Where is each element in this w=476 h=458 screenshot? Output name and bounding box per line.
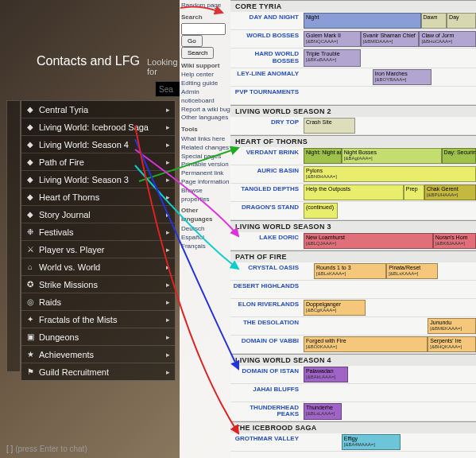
track-label[interactable]: DRAGON'S STAND bbox=[230, 202, 304, 219]
event-segment[interactable]: New Loamhurst[&BLQJAAA=] bbox=[304, 233, 433, 249]
event-segment[interactable]: Junundu[&BMEKAAA=] bbox=[428, 318, 476, 334]
event-segment[interactable]: Svanir Shaman Chief[&BMIDAAA=] bbox=[361, 31, 420, 47]
event-segment[interactable]: Rounds 1 to 3[&BLsKAAA=] bbox=[314, 263, 386, 279]
track-label[interactable]: ELON RIVERLANDS bbox=[230, 299, 304, 316]
event-segment[interactable]: Day bbox=[447, 13, 476, 29]
wiki-link[interactable]: Related changes bbox=[181, 144, 230, 153]
track-label[interactable]: GROTHMAR VALLEY bbox=[230, 433, 304, 451]
wiki-link[interactable]: Admin noticeboard bbox=[181, 88, 230, 106]
event-segment[interactable]: (continued) bbox=[304, 203, 338, 219]
track-label[interactable]: DRY TOP bbox=[230, 117, 304, 134]
wiki-link[interactable]: What links here bbox=[181, 135, 230, 144]
wiki-link[interactable]: Deutsch bbox=[181, 225, 230, 234]
event-segment[interactable]: Chak Gerent[&BPUHAAA=] bbox=[424, 184, 476, 200]
event-segment[interactable]: Crash Site bbox=[304, 118, 355, 134]
event-timeline: CORE TYRIADAY AND NIGHTNightDawnDayWORLD… bbox=[230, 0, 476, 458]
menu-item[interactable]: ◆Story Journal▸ bbox=[21, 206, 175, 223]
wiki-link[interactable]: Special pages bbox=[181, 153, 230, 161]
event-segment[interactable]: Night: Night and the En bbox=[304, 148, 342, 164]
timeline-track: THUNDERHEAD PEAKSThunderhe[&BLsLAAA=] bbox=[230, 402, 476, 422]
event-segment[interactable]: Thunderhe[&BLsLAAA=] bbox=[304, 403, 342, 421]
track-label[interactable]: JAHAI BLUFFS bbox=[230, 384, 304, 402]
event-segment[interactable]: Golem Mark II[&BNQCAAA=] bbox=[304, 31, 361, 47]
menu-item-label: Festivals bbox=[39, 227, 73, 237]
wiki-link[interactable]: Printable version bbox=[181, 161, 230, 169]
wiki-random[interactable]: Random page bbox=[181, 2, 230, 10]
wiki-link[interactable]: Français bbox=[181, 243, 230, 251]
menu-icon: ◆ bbox=[25, 122, 36, 131]
wiki-link[interactable]: Permanent link bbox=[181, 169, 230, 178]
event-segment[interactable]: Effigy[&BA4MAAA=] bbox=[342, 434, 401, 450]
menu-item[interactable]: ★Achievements▸ bbox=[21, 346, 175, 363]
event-segment[interactable]: Pylons[&BN0HAAA=] bbox=[304, 166, 476, 182]
track-label[interactable]: DAY AND NIGHT bbox=[230, 12, 304, 29]
track-label[interactable]: WORLD BOSSES bbox=[230, 30, 304, 48]
track-label[interactable]: TANGLED DEPTHS bbox=[230, 184, 304, 201]
wiki-link[interactable]: Other languages bbox=[181, 114, 230, 122]
menu-item[interactable]: ◎Raids▸ bbox=[21, 293, 175, 311]
event-segment[interactable]: Iron Marches[&BOYBAAA=] bbox=[373, 69, 431, 85]
wiki-link[interactable]: Report a wiki bug bbox=[181, 106, 230, 114]
event-segment[interactable]: Claw of Jorm[&BHoCAAA=] bbox=[419, 31, 476, 47]
menu-item[interactable]: ◆Heart of Thorns▸ bbox=[21, 188, 175, 206]
track-label[interactable]: DOMAIN OF ISTAN bbox=[230, 366, 304, 383]
menu-item[interactable]: ⚔Player vs. Player▸ bbox=[21, 241, 175, 258]
wiki-link[interactable]: Help center bbox=[181, 71, 230, 80]
category-strip[interactable] bbox=[6, 100, 21, 372]
track-label[interactable]: THE DESOLATION bbox=[230, 317, 304, 335]
event-segment[interactable]: Prep bbox=[404, 184, 424, 200]
looking-label: Looking for bbox=[147, 57, 178, 76]
wiki-search-button[interactable]: Search bbox=[181, 47, 214, 59]
wiki-link[interactable]: Browse properties bbox=[181, 187, 230, 204]
event-segment[interactable]: Palawadan[&BAkLAAA=] bbox=[304, 367, 348, 382]
menu-item[interactable]: ◆Living World: Season 4▸ bbox=[21, 136, 175, 153]
track-label[interactable]: LAKE DORIC bbox=[230, 232, 304, 250]
event-segment[interactable]: Pinata/Reset[&BLsKAAA=] bbox=[386, 263, 438, 279]
wiki-link[interactable]: Editing guide bbox=[181, 80, 230, 88]
track-label[interactable]: VERDANT BRINK bbox=[230, 147, 304, 165]
chevron-right-icon: ▸ bbox=[166, 123, 170, 131]
menu-item-label: Fractals of the Mists bbox=[39, 315, 117, 324]
wiki-go-button[interactable]: Go bbox=[181, 35, 203, 47]
track-bar bbox=[304, 87, 476, 104]
track-label[interactable]: DESERT HIGHLANDS bbox=[230, 281, 304, 298]
menu-item[interactable]: ◆Path of Fire▸ bbox=[21, 153, 175, 171]
event-segment[interactable]: Dawn bbox=[421, 13, 447, 29]
event-segment[interactable]: Triple Trouble[&BKoBAAA=] bbox=[304, 49, 361, 67]
region-header: CORE TYRIA bbox=[230, 0, 476, 12]
region-header: LIVING WORLD SEASON 2 bbox=[230, 105, 476, 117]
chat-bar[interactable]: [ ] (press Enter to chat) bbox=[6, 444, 87, 453]
event-segment[interactable]: Noran's Hom[&BK8JAAA=] bbox=[433, 233, 476, 249]
track-label[interactable]: LEY-LINE ANOMALY bbox=[230, 68, 304, 86]
wiki-link[interactable]: Page information bbox=[181, 178, 230, 187]
track-label[interactable]: CRYSTAL OASIS bbox=[230, 262, 304, 280]
menu-item[interactable]: ◆Central Tyria▸ bbox=[21, 101, 175, 118]
track-label[interactable]: PVP TOURNAMENTS bbox=[230, 87, 304, 104]
event-segment[interactable]: Night bbox=[304, 13, 421, 29]
event-segment[interactable]: Night Bosses[&BAgIAAA=] bbox=[342, 148, 442, 164]
menu-item-label: Strike Missions bbox=[39, 280, 98, 289]
track-label[interactable]: THUNDERHEAD PEAKS bbox=[230, 402, 304, 421]
menu-item[interactable]: ✦Fractals of the Mists▸ bbox=[21, 311, 175, 328]
track-label[interactable]: DOMAIN OF VABBI bbox=[230, 336, 304, 353]
menu-item[interactable]: ⚑Guild Recruitment▸ bbox=[21, 363, 175, 380]
menu-item[interactable]: ◆Living World: Icebrood Saga▸ bbox=[21, 118, 175, 136]
menu-item[interactable]: ▣Dungeons▸ bbox=[21, 328, 175, 346]
timeline-track: TANGLED DEPTHSHelp the OutpostsPrepChak … bbox=[230, 184, 476, 202]
menu-item[interactable]: ❉Festivals▸ bbox=[21, 223, 175, 241]
menu-item[interactable]: ✪Strike Missions▸ bbox=[21, 276, 175, 293]
event-segment[interactable]: Day: Securing bbox=[442, 148, 476, 164]
event-segment[interactable]: Help the Outposts bbox=[304, 184, 404, 200]
event-segment[interactable]: Serpents' Ire[&BHQKAAA=] bbox=[428, 336, 476, 352]
menu-item[interactable]: ⌂World vs. World▸ bbox=[21, 258, 175, 276]
wiki-link[interactable]: Español bbox=[181, 234, 230, 243]
track-label[interactable]: AURIC BASIN bbox=[230, 165, 304, 183]
track-label[interactable]: HARD WORLD BOSSES bbox=[230, 49, 304, 68]
chevron-right-icon: ▸ bbox=[166, 158, 170, 166]
event-segment[interactable]: Forged with Fire[&BO0KAAA=] bbox=[304, 336, 428, 352]
menu-item[interactable]: ◆Living World: Season 3▸ bbox=[21, 171, 175, 188]
event-segment[interactable]: Doppelganger[&BCgKAAA=] bbox=[304, 300, 366, 316]
track-bar: Golem Mark II[&BNQCAAA=]Svanir Shaman Ch… bbox=[304, 30, 476, 48]
wiki-search-input[interactable] bbox=[181, 23, 226, 35]
track-bar bbox=[304, 281, 476, 298]
